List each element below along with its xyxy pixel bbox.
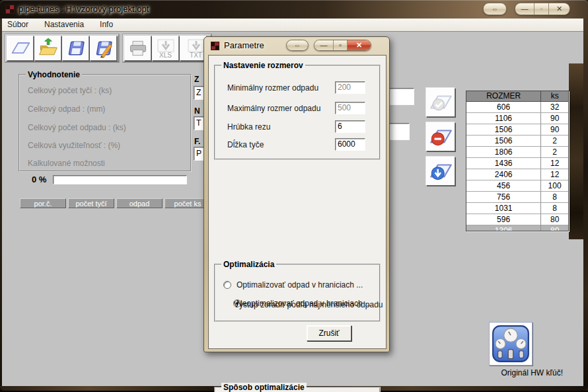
rod-length-input[interactable]: 6000 <box>335 138 365 151</box>
cell-rozmer[interactable]: 596 <box>466 214 541 225</box>
cell-ks[interactable]: 12 <box>541 169 568 180</box>
cell-ks[interactable]: 80 <box>541 214 568 225</box>
cell-ks[interactable]: 12 <box>541 158 568 169</box>
cell-ks[interactable]: 90 <box>541 113 568 124</box>
export-xls-button[interactable]: XLS <box>152 36 179 61</box>
cell-ks[interactable]: 2 <box>541 147 568 158</box>
close-button[interactable]: ✕ <box>549 3 570 15</box>
table-row[interactable]: 60632 <box>466 102 568 113</box>
eval-utilization: Celková využiteľnosť : (%) <box>28 141 120 150</box>
table-row[interactable]: 240612 <box>466 169 568 180</box>
resize-icon: ⇔ <box>492 5 499 13</box>
eval-waste-count: Celkový počet odpadu : (ks) <box>28 123 126 132</box>
save-button[interactable] <box>62 36 89 61</box>
desktop-gap <box>569 63 583 239</box>
col-odpad: odpad <box>116 198 163 208</box>
bg-label-fragment-f: F. <box>194 137 200 146</box>
open-button[interactable] <box>34 36 61 61</box>
dialog-content: Nastavenie rozmerov Minimálny rozmer odp… <box>208 55 386 349</box>
cell-ks[interactable]: 80 <box>541 225 568 231</box>
window-controls: — ▫ ✕ <box>515 3 570 15</box>
progress-bar <box>53 175 187 184</box>
dialog-minimize-button[interactable]: — <box>314 40 334 50</box>
toolbar-file-group <box>5 34 119 62</box>
cell-ks[interactable]: 2 <box>541 136 568 147</box>
col-pocet-tyci: počet tyčí <box>68 198 114 208</box>
cut-width-input[interactable]: 6 <box>335 120 365 133</box>
optimize-waste-radio[interactable] <box>223 281 231 289</box>
resize-button[interactable]: ⇔ <box>483 3 507 15</box>
min-waste-label: Minimálny rozmer odpadu <box>227 83 318 93</box>
cell-ks[interactable]: 90 <box>541 124 568 136</box>
eval-calculated: Kalkulované možnosti <box>28 159 105 168</box>
table-row[interactable]: 15062 <box>466 136 568 147</box>
cell-rozmer[interactable]: 1506 <box>466 136 541 147</box>
table-row[interactable]: 143612 <box>466 158 568 169</box>
cell-rozmer[interactable]: 2406 <box>466 169 541 180</box>
results-table-header: por.č. počet tyčí odpad počet ks <box>20 198 213 208</box>
printer-icon <box>127 38 149 59</box>
print-button[interactable] <box>124 36 151 61</box>
table-row-selected[interactable]: 130680 <box>466 225 568 231</box>
cut-width-label: Hrúbka rezu <box>227 122 270 132</box>
table-row[interactable]: 456100 <box>466 180 568 192</box>
evaluation-groupbox: Vyhodnotenie Celkový počet tyčí : (ks) C… <box>18 74 192 172</box>
sizes-table-header: ROZMER ks <box>466 91 568 102</box>
dialog-close-button[interactable]: ✕ <box>348 40 371 50</box>
rozmer-header: ROZMER <box>466 91 541 102</box>
main-titlebar[interactable]: pipe-tunes : H:\vzorový projekt.opt ⇔ — … <box>0 0 588 19</box>
remove-size-button[interactable] <box>426 122 455 151</box>
close-icon: ✕ <box>556 5 562 13</box>
cell-ks[interactable]: 8 <box>541 192 568 203</box>
table-row[interactable]: 59680 <box>466 214 568 225</box>
cell-ks[interactable]: 100 <box>541 180 568 192</box>
cell-rozmer[interactable]: 1506 <box>466 124 541 136</box>
dialog-resize-button[interactable]: ⇔ <box>286 40 309 51</box>
minimize-button[interactable]: — <box>515 3 534 15</box>
cancel-button[interactable]: Zrušiť <box>307 325 351 341</box>
maximize-button[interactable]: ▫ <box>534 3 549 15</box>
cell-rozmer[interactable]: 456 <box>466 180 541 192</box>
window-title: pipe-tunes : H:\vzorový projekt.opt <box>18 0 149 19</box>
eval-total-rods: Celkový počet tyčí : (ks) <box>28 86 112 95</box>
new-document-icon <box>9 38 32 59</box>
app-icon[interactable] <box>5 5 15 14</box>
export-txt-button[interactable]: TXT <box>180 36 207 61</box>
table-row[interactable]: 18062 <box>466 147 568 158</box>
sort-output-label[interactable]: Výstup zoradiť podľa najmenšieho odpadu <box>234 300 383 309</box>
cell-rozmer[interactable]: 1806 <box>466 147 541 158</box>
dialog-maximize-button[interactable]: ▫ <box>334 40 348 50</box>
menubar: Súbor Nastavenia Info <box>0 19 588 32</box>
bg-label-fragment-n: N <box>194 106 200 116</box>
new-button[interactable] <box>7 36 34 61</box>
table-row[interactable]: 110690 <box>466 113 568 124</box>
cell-ks[interactable]: 8 <box>541 203 568 214</box>
bg-label-fragment-z: Z <box>194 75 199 84</box>
menu-info[interactable]: Info <box>92 19 121 31</box>
cell-ks[interactable]: 32 <box>541 102 568 113</box>
cell-rozmer[interactable]: 1436 <box>466 158 541 169</box>
toolbar-export-group: XLS TXT <box>123 34 211 62</box>
max-waste-input: 500 <box>335 102 365 114</box>
cell-rozmer[interactable]: 1306 <box>466 225 541 231</box>
menu-nastavenia[interactable]: Nastavenia <box>36 19 92 31</box>
cell-rozmer[interactable]: 606 <box>466 102 541 113</box>
menu-subor[interactable]: Súbor <box>0 19 36 31</box>
dialog-titlebar[interactable]: Parametre ⇔ — ▫ ✕ <box>204 37 389 55</box>
cell-rozmer[interactable]: 1031 <box>466 203 541 214</box>
confirm-size-button[interactable] <box>426 88 455 117</box>
tag-check-icon <box>428 90 453 115</box>
progress-percent-label: 0 % <box>32 175 46 184</box>
cell-rozmer[interactable]: 1106 <box>466 113 541 124</box>
table-row[interactable]: 10318 <box>466 203 568 214</box>
rod-length-label: Dĺžka tyče <box>227 140 264 149</box>
table-row[interactable]: 150690 <box>466 124 568 136</box>
optimization-title: Optimalizácia <box>221 260 276 269</box>
cell-rozmer[interactable]: 756 <box>466 192 541 203</box>
insert-size-button[interactable] <box>426 157 455 186</box>
txt-label: TXT <box>190 52 202 58</box>
table-row[interactable]: 7568 <box>466 192 568 203</box>
window-border-left <box>0 19 2 386</box>
save-as-button[interactable] <box>90 36 117 61</box>
optimize-waste-label[interactable]: Optimalizovať odpad v hraniciach ... <box>237 280 363 290</box>
